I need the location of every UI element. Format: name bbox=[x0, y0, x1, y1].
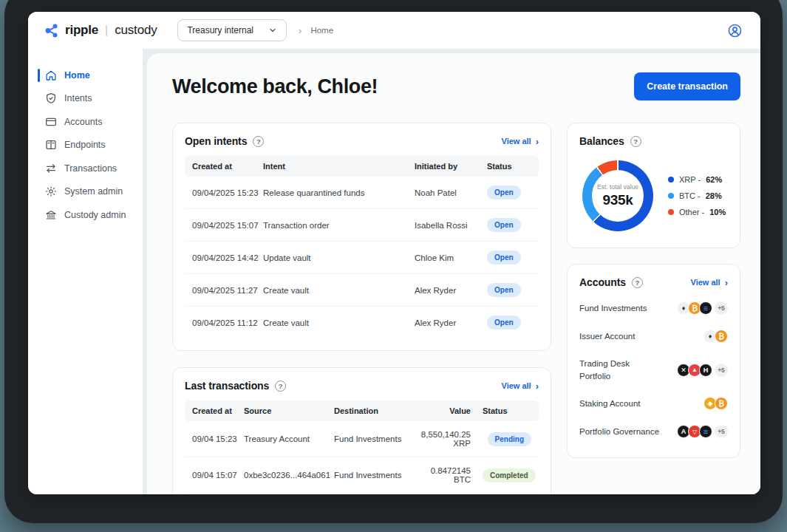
shield-check-icon bbox=[45, 92, 57, 104]
breadcrumb[interactable]: Home bbox=[310, 26, 333, 35]
last-transactions-view-all-link[interactable]: View all › bbox=[502, 381, 539, 391]
extra-assets-badge: +5 bbox=[715, 364, 728, 377]
sidebar-item-label: Intents bbox=[64, 93, 92, 103]
transaction-row[interactable]: 09/04 15:07 0xbe3c0236...464a061 Fund In… bbox=[185, 457, 539, 493]
sidebar-item-home[interactable]: Home bbox=[28, 64, 143, 87]
chevron-down-icon bbox=[268, 26, 277, 35]
last-transactions-card: Last transactions ? View all › Created a… bbox=[172, 367, 551, 494]
help-icon[interactable]: ? bbox=[632, 277, 643, 288]
sidebar-item-transactions[interactable]: Transactions bbox=[28, 157, 143, 180]
accounts-title: Accounts bbox=[579, 276, 626, 288]
brand-divider: | bbox=[105, 24, 108, 37]
open-intents-table-header: Created at Intent Initiated by Status bbox=[185, 156, 539, 177]
sol-icon: ≡ bbox=[699, 425, 712, 438]
status-badge: Completed bbox=[483, 468, 536, 482]
transaction-row[interactable]: 09/04 15:23 Treasury Account Fund Invest… bbox=[185, 421, 539, 457]
brand-logo: ripple | custody bbox=[44, 23, 157, 38]
balances-card: Balances ? Est. total value 935k bbox=[567, 123, 740, 248]
swap-arrows-icon bbox=[45, 163, 57, 174]
sidebar-item-intents[interactable]: Intents bbox=[28, 87, 143, 111]
extra-assets-badge: +5 bbox=[715, 425, 728, 438]
sidebar: Home Intents Accounts Endpoints bbox=[28, 49, 143, 494]
donut-center-value: 935k bbox=[602, 192, 633, 208]
page-title: Welcome back, Chloe! bbox=[172, 72, 378, 98]
open-intents-view-all-link[interactable]: View all › bbox=[502, 137, 539, 146]
btc-icon: ₿ bbox=[715, 397, 728, 410]
home-icon bbox=[45, 69, 57, 81]
book-icon bbox=[45, 139, 57, 151]
open-intent-row[interactable]: 09/04/2025 15:23 Release quarantined fun… bbox=[185, 177, 539, 208]
account-row[interactable]: Staking Account ◆ ₿ bbox=[579, 389, 728, 417]
other-dot-icon bbox=[668, 209, 674, 215]
workspace-selector[interactable]: Treasury internal bbox=[177, 19, 287, 41]
user-account-icon[interactable] bbox=[727, 23, 743, 38]
workspace-selector-value: Treasury internal bbox=[187, 25, 253, 35]
status-badge: Open bbox=[487, 185, 521, 200]
status-badge: Open bbox=[487, 250, 521, 265]
chevron-right-icon: › bbox=[536, 137, 539, 146]
breadcrumb-chevron-icon: › bbox=[299, 25, 301, 36]
sidebar-item-label: Accounts bbox=[64, 117, 102, 127]
balances-legend: XRP - 62% BTC - 28% bbox=[668, 175, 726, 216]
legend-item-other: Other - 10% bbox=[668, 208, 726, 216]
account-row[interactable]: Trading Desk Portfolio ✕ ▲ H +5 bbox=[579, 350, 728, 389]
ripple-logo-icon bbox=[44, 23, 60, 38]
bank-icon bbox=[45, 209, 57, 221]
sidebar-item-system-admin[interactable]: System admin bbox=[28, 180, 143, 204]
legend-item-btc: BTC - 28% bbox=[668, 191, 726, 200]
account-row[interactable]: Portfolio Governance A ▽ ≡ +5 bbox=[579, 417, 728, 446]
balances-title: Balances bbox=[579, 135, 624, 147]
sidebar-item-accounts[interactable]: Accounts bbox=[28, 110, 143, 134]
open-intent-row[interactable]: 09/04/2025 15:07 Transaction order Isabe… bbox=[185, 208, 539, 241]
sidebar-item-endpoints[interactable]: Endpoints bbox=[28, 134, 143, 157]
open-intent-row[interactable]: 09/04/2025 11:12 Create vault Alex Ryder… bbox=[185, 306, 539, 338]
topbar: ripple | custody Treasury internal › Hom… bbox=[28, 12, 760, 49]
status-badge: Open bbox=[487, 218, 521, 232]
accounts-card: Accounts ? View all › Fund Investments bbox=[567, 264, 740, 458]
accounts-view-all-link[interactable]: View all › bbox=[691, 278, 729, 287]
status-badge: Open bbox=[487, 283, 521, 297]
sidebar-item-label: Custody admin bbox=[64, 210, 126, 220]
sol-icon: ≡ bbox=[699, 301, 712, 315]
app-window: ripple | custody Treasury internal › Hom… bbox=[28, 12, 760, 494]
create-transaction-button[interactable]: Create transaction bbox=[634, 72, 740, 100]
btc-icon: ₿ bbox=[715, 330, 728, 343]
sidebar-item-label: Transactions bbox=[64, 163, 117, 174]
last-transactions-table-header: Created at Source Destination Value Stat… bbox=[185, 400, 539, 421]
transaction-row[interactable]: 09/04 14:42 Portfolio Governance 0xfc1b1… bbox=[185, 493, 539, 494]
sidebar-item-label: System admin bbox=[64, 186, 123, 197]
gear-icon bbox=[45, 185, 57, 197]
help-icon[interactable]: ? bbox=[275, 381, 286, 392]
open-intents-card: Open intents ? View all › Created at Int… bbox=[172, 123, 551, 351]
help-icon[interactable]: ? bbox=[253, 136, 264, 147]
status-badge: Pending bbox=[488, 432, 531, 446]
sidebar-item-label: Endpoints bbox=[64, 140, 106, 150]
chevron-right-icon: › bbox=[536, 381, 539, 391]
legend-item-xrp: XRP - 62% bbox=[668, 175, 726, 184]
sidebar-item-label: Home bbox=[64, 70, 90, 81]
balances-donut-chart: Est. total value 935k bbox=[582, 160, 653, 231]
sidebar-item-custody-admin[interactable]: Custody admin bbox=[28, 203, 143, 227]
status-badge: Open bbox=[487, 316, 521, 330]
open-intent-row[interactable]: 09/04/2025 11:27 Create vault Alex Ryder… bbox=[185, 273, 539, 306]
last-transactions-title: Last transactions bbox=[185, 380, 269, 392]
card-icon bbox=[45, 116, 57, 128]
chevron-right-icon: › bbox=[725, 278, 728, 287]
xrp-dot-icon bbox=[668, 177, 674, 183]
hbar-icon: H bbox=[699, 364, 712, 377]
brand-name: ripple bbox=[65, 23, 98, 38]
main-panel: Welcome back, Chloe! Create transaction … bbox=[147, 53, 760, 494]
donut-center-label: Est. total value bbox=[597, 183, 638, 191]
open-intent-row[interactable]: 09/04/2025 14:42 Update vault Chloe Kim … bbox=[185, 241, 539, 273]
btc-dot-icon bbox=[668, 193, 674, 199]
account-row[interactable]: Fund Investments ♦ ₿ ≡ +5 bbox=[579, 294, 728, 322]
help-icon[interactable]: ? bbox=[630, 136, 641, 147]
brand-suffix: custody bbox=[115, 23, 157, 38]
open-intents-title: Open intents bbox=[185, 135, 247, 147]
extra-assets-badge: +5 bbox=[715, 301, 728, 315]
account-row[interactable]: Issuer Account ♦ ₿ bbox=[579, 322, 728, 350]
